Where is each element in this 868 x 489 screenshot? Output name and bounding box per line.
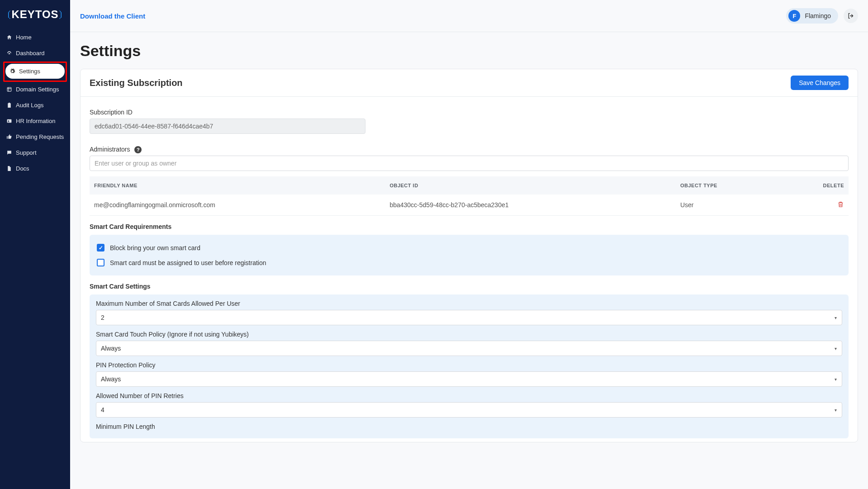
smartcard-settings-title: Smart Card Settings <box>90 283 849 290</box>
sidebar-item-docs[interactable]: Docs <box>2 161 68 176</box>
sidebar-item-dashboard[interactable]: Dashboard <box>2 46 68 61</box>
touch-policy-select[interactable]: Always <box>96 341 842 356</box>
touch-policy-label: Smart Card Touch Policy (Ignore if not u… <box>96 331 842 338</box>
sidebar-item-label: Home <box>16 34 32 41</box>
topbar: Download the Client F Flamingo <box>70 0 868 32</box>
max-cards-label: Maximum Number of Smat Cards Allowed Per… <box>96 300 842 307</box>
min-pin-label: Minimum PIN Length <box>96 423 842 430</box>
sidebar-item-label: Audit Logs <box>16 102 43 109</box>
user-menu[interactable]: F Flamingo <box>786 8 838 24</box>
sidebar-item-label: Settings <box>19 68 40 75</box>
brand-logo: ⟮KEYTOS⟯ <box>5 8 64 21</box>
pin-policy-label: PIN Protection Policy <box>96 361 842 369</box>
sidebar-item-support[interactable]: Support <box>2 145 68 160</box>
logout-icon <box>847 12 854 19</box>
assign-before-checkbox[interactable] <box>97 259 104 266</box>
card-title: Existing Subscription <box>90 78 183 88</box>
sidebar-item-hr-information[interactable]: HR Information <box>2 114 68 128</box>
subscription-id-label: Subscription ID <box>90 109 849 116</box>
help-icon[interactable]: ? <box>134 146 142 153</box>
content: Settings Existing Subscription Save Chan… <box>70 32 868 452</box>
max-cards-select[interactable]: 2 <box>96 310 842 325</box>
administrators-table: FRIENDLY NAME OBJECT ID OBJECT TYPE DELE… <box>90 176 849 216</box>
shield-bracket-right-icon: ⟯ <box>59 8 65 20</box>
subscription-id-field <box>90 119 365 134</box>
smartcard-requirements-panel: Block bring your own smart card Smart ca… <box>90 235 849 275</box>
table-row: me@codingflamingogmail.onmicrosoft.com b… <box>90 195 849 216</box>
shield-bracket-left-icon: ⟮ <box>5 8 11 20</box>
smartcard-settings-panel: Maximum Number of Smat Cards Allowed Per… <box>90 294 849 438</box>
globe-icon <box>6 86 12 93</box>
sidebar: ⟮KEYTOS⟯ Home Dashboard <box>0 0 70 489</box>
logout-button[interactable] <box>844 9 858 23</box>
sidebar-nav: Home Dashboard Settings <box>0 30 70 177</box>
delete-row-button[interactable] <box>837 201 844 208</box>
sidebar-item-audit-logs[interactable]: Audit Logs <box>2 98 68 113</box>
gauge-icon <box>6 50 12 57</box>
page-title: Settings <box>80 42 858 60</box>
avatar: F <box>788 10 800 22</box>
save-changes-button[interactable]: Save Changes <box>791 76 849 90</box>
sidebar-item-pending-requests[interactable]: Pending Requests <box>2 129 68 144</box>
svg-rect-0 <box>7 87 11 91</box>
block-byo-label: Block bring your own smart card <box>110 244 200 252</box>
cell-object-type: User <box>676 195 780 216</box>
col-friendly-name: FRIENDLY NAME <box>90 176 385 195</box>
user-name: Flamingo <box>805 12 831 19</box>
sidebar-item-domain-settings[interactable]: Domain Settings <box>2 82 68 97</box>
trash-icon <box>837 201 844 208</box>
sidebar-item-label: HR Information <box>16 118 55 124</box>
cell-object-id: bba430cc-5d59-48cc-b270-ac5beca230e1 <box>385 195 676 216</box>
sidebar-item-settings[interactable]: Settings <box>5 64 65 79</box>
download-client-link[interactable]: Download the Client <box>80 12 145 20</box>
home-icon <box>6 34 12 41</box>
sidebar-item-label: Pending Requests <box>16 133 64 140</box>
pin-policy-select[interactable]: Always <box>96 371 842 387</box>
id-icon <box>6 118 12 124</box>
administrators-input[interactable] <box>90 156 849 171</box>
block-byo-row: Block bring your own smart card <box>96 240 842 255</box>
gear-icon <box>9 68 15 75</box>
smartcard-requirements-title: Smart Card Requirenments <box>90 223 849 230</box>
col-object-type: OBJECT TYPE <box>676 176 780 195</box>
sidebar-item-label: Domain Settings <box>16 86 59 93</box>
assign-before-label: Smart card must be assigned to user befo… <box>110 259 266 266</box>
svg-point-2 <box>8 120 9 121</box>
cell-friendly-name: me@codingflamingogmail.onmicrosoft.com <box>90 195 385 216</box>
col-delete: DELETE <box>780 176 849 195</box>
topbar-right: F Flamingo <box>786 8 858 24</box>
sidebar-item-label: Docs <box>16 165 29 172</box>
file-icon <box>6 166 12 172</box>
pin-retries-select[interactable]: 4 <box>96 402 842 418</box>
sidebar-item-label: Support <box>16 149 37 156</box>
sidebar-item-label: Dashboard <box>16 50 45 57</box>
chat-icon <box>6 150 12 156</box>
clipboard-icon <box>6 102 12 109</box>
sidebar-item-home[interactable]: Home <box>2 30 68 45</box>
pin-retries-label: Allowed Number of PIN Retries <box>96 392 842 399</box>
thumb-icon <box>6 134 12 140</box>
brand-name: KEYTOS <box>11 8 58 20</box>
main: Download the Client F Flamingo Settings … <box>70 0 868 489</box>
svg-rect-1 <box>7 119 11 123</box>
highlight-annotation: Settings <box>3 62 67 82</box>
assign-before-row: Smart card must be assigned to user befo… <box>96 255 842 270</box>
block-byo-checkbox[interactable] <box>97 244 104 252</box>
subscription-card: Existing Subscription Save Changes Subsc… <box>80 69 858 442</box>
card-header: Existing Subscription Save Changes <box>81 69 858 97</box>
administrators-label: Administrators <box>90 146 130 153</box>
col-object-id: OBJECT ID <box>385 176 676 195</box>
logo-area: ⟮KEYTOS⟯ <box>0 0 70 30</box>
